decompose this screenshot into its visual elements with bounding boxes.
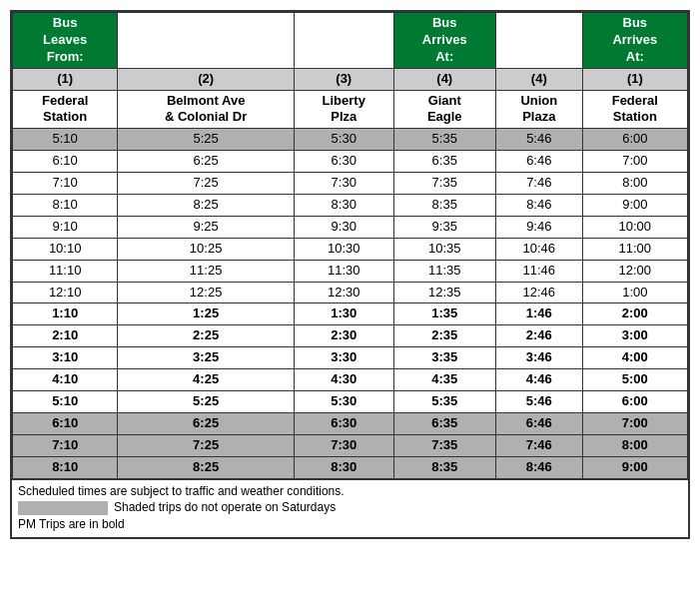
schedule-cell: 8:35 — [393, 195, 495, 217]
table-row: 6:106:256:306:356:467:00 — [13, 412, 688, 434]
schedule-cell: 1:46 — [495, 303, 582, 325]
schedule-cell: 3:30 — [294, 347, 393, 369]
schedule-cell: 7:10 — [13, 434, 118, 456]
schedule-cell: 12:25 — [118, 282, 295, 303]
table-row: 7:107:257:307:357:468:00 — [13, 434, 688, 456]
col-header-empty-5 — [495, 13, 582, 69]
schedule-cell: 2:25 — [118, 325, 295, 347]
footnote-text-2: Shaded trips do not operate on Saturdays — [114, 500, 336, 514]
schedule-cell: 6:35 — [393, 412, 495, 434]
col-header-arrives-4: BusArrivesAt: — [393, 13, 495, 69]
footnote-row-3: PM Trips are in bold — [18, 517, 682, 531]
schedule-cell: 6:10 — [13, 151, 118, 173]
schedule-cell: 7:00 — [582, 412, 687, 434]
schedule-cell: 4:00 — [582, 347, 687, 369]
col-header-arrives-1: BusArrivesAt: — [582, 13, 687, 69]
schedule-cell: 9:46 — [495, 216, 582, 238]
schedule-cell: 8:46 — [495, 456, 582, 478]
schedule-cell: 8:35 — [393, 456, 495, 478]
schedule-cell: 7:46 — [495, 173, 582, 195]
stop-liberty: LibertyPlza — [294, 90, 393, 129]
table-row: 6:106:256:306:356:467:00 — [13, 151, 688, 173]
schedule-cell: 12:35 — [393, 282, 495, 303]
table-row: 9:109:259:309:359:4610:00 — [13, 216, 688, 238]
col-num-4b: (4) — [495, 68, 582, 90]
schedule-cell: 3:35 — [393, 347, 495, 369]
schedule-cell: 5:10 — [13, 129, 118, 151]
schedule-cell: 4:35 — [393, 369, 495, 391]
col-num-1: (1) — [13, 68, 118, 90]
schedule-cell: 9:35 — [393, 216, 495, 238]
schedule-cell: 5:30 — [294, 391, 393, 413]
schedule-cell: 8:46 — [495, 195, 582, 217]
schedule-cell: 11:35 — [393, 260, 495, 282]
schedule-cell: 5:10 — [13, 391, 118, 413]
table-row: 8:108:258:308:358:469:00 — [13, 456, 688, 478]
schedule-cell: 5:30 — [294, 129, 393, 151]
schedule-cell: 5:46 — [495, 391, 582, 413]
schedule-cell: 6:00 — [582, 391, 687, 413]
schedule-cell: 7:10 — [13, 173, 118, 195]
schedule-cell: 1:30 — [294, 303, 393, 325]
schedule-cell: 10:46 — [495, 238, 582, 260]
schedule-cell: 6:30 — [294, 412, 393, 434]
schedule-cell: 8:10 — [13, 195, 118, 217]
schedule-cell: 9:10 — [13, 216, 118, 238]
shaded-swatch — [18, 501, 108, 515]
schedule-cell: 12:00 — [582, 260, 687, 282]
schedule-cell: 12:30 — [294, 282, 393, 303]
schedule-cell: 5:46 — [495, 129, 582, 151]
col-num-1b: (1) — [582, 68, 687, 90]
col-num-4a: (4) — [393, 68, 495, 90]
schedule-cell: 5:00 — [582, 369, 687, 391]
schedule-cell: 3:46 — [495, 347, 582, 369]
stop-belmont: Belmont Ave& Colonial Dr — [118, 90, 295, 129]
table-row: 10:1010:2510:3010:3510:4611:00 — [13, 238, 688, 260]
schedule-cell: 1:10 — [13, 303, 118, 325]
table-row: 8:108:258:308:358:469:00 — [13, 195, 688, 217]
schedule-cell: 10:25 — [118, 238, 295, 260]
table-row: 5:105:255:305:355:466:00 — [13, 391, 688, 413]
table-row: 11:1011:2511:3011:3511:4612:00 — [13, 260, 688, 282]
schedule-wrapper: BusLeavesFrom: BusArrivesAt: BusArrivesA… — [10, 10, 690, 539]
schedule-cell: 11:10 — [13, 260, 118, 282]
schedule-cell: 10:00 — [582, 216, 687, 238]
table-row: 12:1012:2512:3012:3512:461:00 — [13, 282, 688, 303]
footnote-row-2: Shaded trips do not operate on Saturdays — [18, 500, 682, 515]
col-header-leaves: BusLeavesFrom: — [13, 13, 118, 69]
bus-schedule-table: BusLeavesFrom: BusArrivesAt: BusArrivesA… — [12, 12, 688, 479]
table-row: 4:104:254:304:354:465:00 — [13, 369, 688, 391]
schedule-cell: 6:46 — [495, 151, 582, 173]
schedule-cell: 6:25 — [118, 151, 295, 173]
schedule-cell: 8:00 — [582, 434, 687, 456]
schedule-cell: 8:30 — [294, 195, 393, 217]
table-row: 3:103:253:303:353:464:00 — [13, 347, 688, 369]
schedule-cell: 7:30 — [294, 173, 393, 195]
schedule-cell: 5:35 — [393, 129, 495, 151]
stop-federal-station-end: FederalStation — [582, 90, 687, 129]
table-row: 5:105:255:305:355:466:00 — [13, 129, 688, 151]
schedule-cell: 9:00 — [582, 195, 687, 217]
schedule-cell: 3:00 — [582, 325, 687, 347]
schedule-cell: 3:25 — [118, 347, 295, 369]
col-header-empty-3 — [294, 13, 393, 69]
footnote-text-1: Scheduled times are subject to traffic a… — [18, 484, 345, 498]
schedule-cell: 5:25 — [118, 391, 295, 413]
schedule-cell: 11:46 — [495, 260, 582, 282]
schedule-cell: 10:30 — [294, 238, 393, 260]
schedule-cell: 4:25 — [118, 369, 295, 391]
table-row: 2:102:252:302:352:463:00 — [13, 325, 688, 347]
header-row-stops: FederalStation Belmont Ave& Colonial Dr … — [13, 90, 688, 129]
footnote-text-3: PM Trips are in bold — [18, 517, 125, 531]
schedule-cell: 8:25 — [118, 195, 295, 217]
schedule-cell: 6:25 — [118, 412, 295, 434]
schedule-cell: 11:30 — [294, 260, 393, 282]
schedule-cell: 7:46 — [495, 434, 582, 456]
schedule-cell: 8:25 — [118, 456, 295, 478]
table-row: 7:107:257:307:357:468:00 — [13, 173, 688, 195]
schedule-cell: 6:00 — [582, 129, 687, 151]
schedule-cell: 8:00 — [582, 173, 687, 195]
schedule-cell: 10:35 — [393, 238, 495, 260]
schedule-cell: 12:10 — [13, 282, 118, 303]
schedule-body: 5:105:255:305:355:466:006:106:256:306:35… — [13, 129, 688, 478]
